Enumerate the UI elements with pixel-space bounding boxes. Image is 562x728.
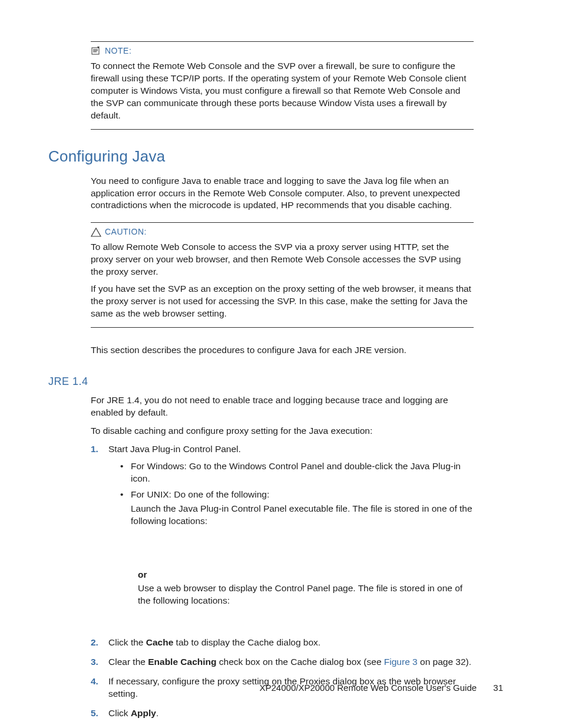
jre-p2: To disable caching and configure proxy s… [91, 425, 474, 437]
step-3-post: on page 32). [418, 657, 471, 667]
section-title: Configuring Java [48, 146, 474, 167]
step-5-pre: Click [108, 708, 131, 718]
step-2-num: 2. [91, 637, 98, 649]
or-text: Use a web browser to display the Control… [138, 582, 474, 607]
step-2-pre: Click the [108, 637, 146, 647]
step-1-text: Start Java Plug-in Control Panel. [108, 444, 241, 454]
step-3-pre: Clear the [108, 657, 148, 667]
caution-p1: To allow Remote Web Console to access th… [91, 241, 474, 278]
step-2-post: tab to display the Cache dialog box. [173, 637, 320, 647]
caution-icon [91, 228, 101, 237]
footer-page-number: 31 [493, 683, 503, 693]
caution-p2: If you have set the SVP as an exception … [91, 283, 474, 320]
step-2: 2. Click the Cache tab to display the Ca… [91, 637, 474, 649]
step-3-num: 3. [91, 656, 98, 668]
caution-label: CAUTION: [105, 226, 147, 238]
step-4-num: 4. [91, 676, 98, 688]
section-intro: You need to configure Java to enable tra… [91, 175, 474, 212]
jre-title: JRE 1.4 [48, 374, 474, 388]
step-1-or-block: or Use a web browser to display the Cont… [138, 569, 474, 607]
note-callout: NOTE: To connect the Remote Web Console … [91, 41, 474, 130]
step-5-post: . [156, 708, 158, 718]
after-caution-text: This section describes the procedures to… [91, 344, 474, 357]
step-5-bold: Apply [131, 708, 156, 718]
caution-callout: CAUTION: To allow Remote Web Console to … [91, 222, 474, 327]
step-1-bullet-unix: For UNIX: Do one of the following: Launc… [120, 489, 474, 528]
page-footer: XP24000/XP20000 Remote Web Console User'… [260, 682, 504, 694]
step-1-bullet-windows: For Windows: Go to the Windows Control P… [120, 460, 474, 485]
note-label: NOTE: [105, 45, 131, 57]
footer-title: XP24000/XP20000 Remote Web Console User'… [260, 683, 477, 693]
note-icon [91, 46, 101, 55]
jre-p1: For JRE 1.4, you do not need to enable t… [91, 394, 474, 419]
step-3-bold: Enable Caching [148, 657, 216, 667]
figure-3-link[interactable]: Figure 3 [384, 657, 418, 667]
step-5-num: 5. [91, 707, 98, 720]
step-3-mid: check box on the Cache dialog box (see [216, 657, 384, 667]
step-2-bold: Cache [146, 637, 174, 647]
step-1-unix-launch: Launch the Java Plug-in Control Panel ex… [131, 503, 474, 528]
or-label: or [138, 569, 474, 581]
step-1-num: 1. [91, 443, 98, 456]
step-1: 1. Start Java Plug-in Control Panel. For… [91, 443, 474, 607]
note-body: To connect the Remote Web Console and th… [91, 60, 474, 122]
step-1-unix-intro: For UNIX: Do one of the following: [131, 489, 269, 499]
step-5: 5. Click Apply. [91, 707, 474, 720]
step-3: 3. Clear the Enable Caching check box on… [91, 656, 474, 668]
